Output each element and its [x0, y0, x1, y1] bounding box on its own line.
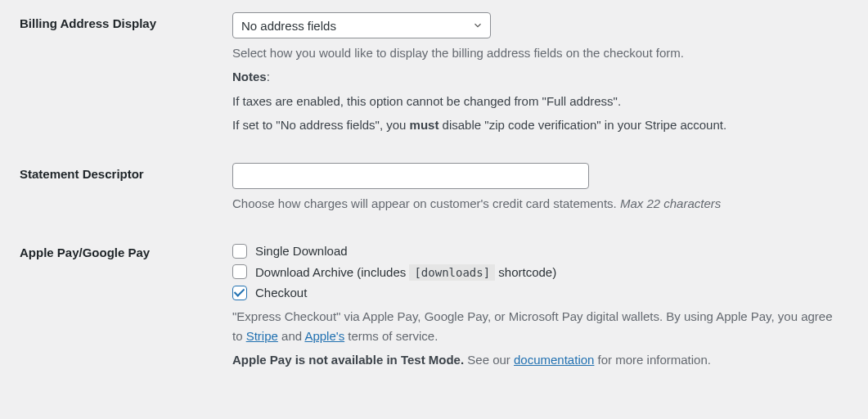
billing-address-display-select[interactable]: No address fields	[232, 12, 491, 38]
checkbox-download-archive-label[interactable]: Download Archive (includes [downloads] s…	[255, 263, 556, 282]
checkbox-checkout[interactable]	[232, 286, 247, 300]
billing-notes: Notes:	[232, 67, 840, 86]
checkbox-download-archive[interactable]	[232, 264, 247, 279]
applepay-desc-express: "Express Checkout" via Apple Pay, Google…	[232, 307, 840, 345]
statement-descriptor-input[interactable]	[232, 163, 589, 189]
statement-descriptor-label: Statement Descriptor	[20, 167, 144, 181]
applepay-desc-testmode: Apple Pay is not available in Test Mode.…	[232, 350, 840, 369]
statement-desc: Choose how charges will appear on custom…	[232, 194, 840, 213]
link-stripe[interactable]: Stripe	[246, 329, 278, 343]
billing-note-zip: If set to "No address fields", you must …	[232, 115, 840, 134]
shortcode-code: [downloads]	[409, 264, 495, 281]
billing-address-display-label: Billing Address Display	[20, 16, 156, 30]
checkbox-single-download-label[interactable]: Single Download	[255, 241, 348, 260]
link-documentation[interactable]: documentation	[514, 353, 594, 367]
checkbox-checkout-label[interactable]: Checkout	[255, 283, 307, 302]
checkbox-single-download[interactable]	[232, 244, 247, 259]
link-apple[interactable]: Apple's	[304, 329, 344, 343]
billing-note-taxes: If taxes are enabled, this option cannot…	[232, 92, 840, 110]
billing-desc: Select how you would like to display the…	[232, 43, 840, 62]
apple-pay-label: Apple Pay/Google Pay	[20, 246, 150, 259]
